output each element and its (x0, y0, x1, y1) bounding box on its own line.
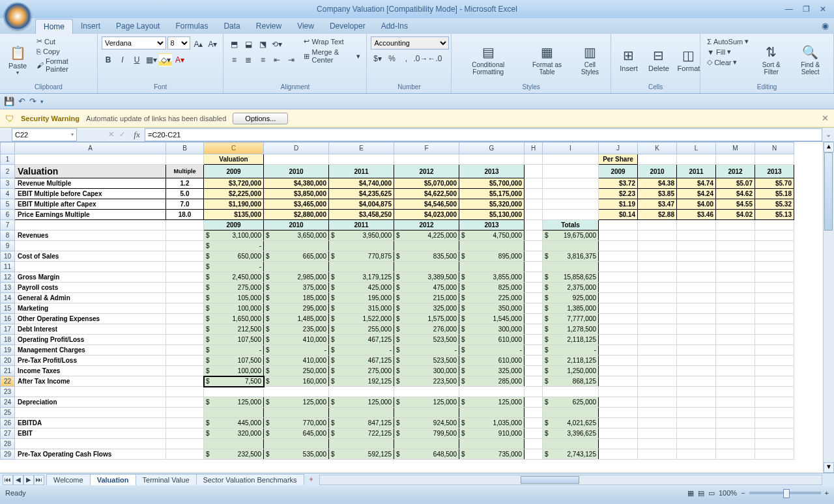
zoom-out-button[interactable]: − (741, 489, 745, 497)
format-cells-button[interactable]: ◫Format (675, 36, 702, 83)
row-header-7[interactable]: 7 (1, 220, 15, 231)
column-header-K[interactable]: K (638, 143, 677, 154)
clear-button[interactable]: ◇Clear ▾ (704, 57, 751, 67)
cut-button[interactable]: ✂Cut (34, 36, 93, 46)
align-center-button[interactable]: ≣ (242, 53, 255, 66)
column-header-L[interactable]: L (677, 143, 716, 154)
column-header-M[interactable]: M (716, 143, 755, 154)
row-header-18[interactable]: 18 (1, 335, 15, 345)
minimize-button[interactable]: — (782, 5, 796, 14)
format-painter-button[interactable]: 🖌Format Painter (34, 57, 93, 74)
help-icon[interactable]: ◉ (822, 21, 829, 31)
row-header-24[interactable]: 24 (1, 397, 15, 408)
increase-indent-button[interactable]: ⇥ (285, 53, 298, 66)
tab-add-ins[interactable]: Add-Ins (373, 19, 416, 34)
column-header-C[interactable]: C (204, 143, 264, 154)
zoom-slider[interactable] (749, 492, 821, 494)
copy-button[interactable]: ⎘Copy (34, 47, 93, 56)
sheet-tab-sector-valuation-benchmarks[interactable]: Sector Valuation Benchmarks (196, 474, 304, 485)
bold-button[interactable]: B (102, 53, 115, 66)
row-header-15[interactable]: 15 (1, 303, 15, 314)
column-header-I[interactable]: I (543, 143, 599, 154)
row-header-13[interactable]: 13 (1, 283, 15, 293)
conditional-formatting-button[interactable]: ▤Conditional Formatting (455, 36, 520, 83)
row-header-2[interactable]: 2 (1, 165, 15, 178)
column-header-F[interactable]: F (394, 143, 459, 154)
row-header-25[interactable]: 25 (1, 408, 15, 418)
currency-button[interactable]: $▾ (371, 52, 384, 65)
zoom-in-button[interactable]: + (825, 489, 829, 497)
column-header-J[interactable]: J (599, 143, 638, 154)
name-box[interactable]: C22▾ (12, 128, 77, 141)
row-header-20[interactable]: 20 (1, 356, 15, 366)
prev-sheet-button[interactable]: ◀ (13, 475, 23, 485)
enter-formula-icon[interactable]: ✓ (119, 130, 125, 139)
vertical-scrollbar[interactable]: ▲▼ (823, 142, 834, 473)
sheet-tab-terminal-value[interactable]: Terminal Value (136, 474, 197, 485)
orientation-button[interactable]: ⟲▾ (270, 38, 283, 51)
fill-color-button[interactable]: ◇▾ (159, 53, 172, 66)
tab-home[interactable]: Home (35, 19, 73, 34)
row-header-17[interactable]: 17 (1, 324, 15, 335)
column-header-D[interactable]: D (264, 143, 329, 154)
border-button[interactable]: ▦▾ (145, 53, 158, 66)
column-header-A[interactable]: A (15, 143, 166, 154)
merge-center-button[interactable]: ⊞Merge & Center ▾ (302, 48, 362, 64)
tab-review[interactable]: Review (248, 19, 289, 34)
row-header-3[interactable]: 3 (1, 178, 15, 189)
column-header-H[interactable]: H (525, 143, 543, 154)
zoom-level[interactable]: 100% (719, 489, 737, 497)
column-header-G[interactable]: G (459, 143, 525, 154)
cancel-formula-icon[interactable]: ✕ (108, 130, 114, 139)
security-close-button[interactable]: ✕ (822, 113, 829, 123)
fx-icon[interactable]: fx (129, 130, 145, 140)
format-as-table-button[interactable]: ▦Format as Table (523, 36, 571, 83)
column-header-E[interactable]: E (329, 143, 394, 154)
delete-cells-button[interactable]: ⊟Delete (645, 36, 672, 83)
sheet-tab-welcome[interactable]: Welcome (46, 474, 91, 485)
cell-styles-button[interactable]: ▥Cell Styles (573, 36, 607, 83)
undo-button[interactable]: ↶ (18, 96, 25, 106)
row-header-9[interactable]: 9 (1, 241, 15, 251)
row-header-21[interactable]: 21 (1, 366, 15, 376)
row-header-16[interactable]: 16 (1, 314, 15, 324)
align-top-button[interactable]: ⬒ (227, 38, 240, 51)
grow-font-button[interactable]: A▴ (192, 38, 205, 51)
office-button[interactable] (4, 3, 31, 30)
sheet-tab-valuation[interactable]: Valuation (90, 474, 136, 485)
tab-view[interactable]: View (289, 19, 322, 34)
sort-filter-button[interactable]: ⇅Sort & Filter (754, 36, 788, 83)
autosum-button[interactable]: ΣAutoSum ▾ (704, 36, 751, 46)
align-left-button[interactable]: ≡ (227, 53, 240, 66)
find-select-button[interactable]: 🔍Find & Select (791, 36, 829, 83)
close-button[interactable]: ✕ (816, 5, 830, 14)
align-bottom-button[interactable]: ⬔ (256, 38, 269, 51)
row-header-27[interactable]: 27 (1, 428, 15, 439)
redo-button[interactable]: ↷ (29, 96, 36, 106)
tab-formulas[interactable]: Formulas (167, 19, 216, 34)
save-button[interactable]: 💾 (4, 96, 14, 106)
qat-more-button[interactable]: ▾ (40, 98, 44, 105)
row-header-19[interactable]: 19 (1, 345, 15, 356)
increase-decimal-button[interactable]: .0→ (414, 52, 427, 65)
row-header-26[interactable]: 26 (1, 418, 15, 428)
view-normal-button[interactable]: ▦ (687, 489, 694, 497)
horizontal-scrollbar[interactable] (319, 475, 822, 485)
row-header-11[interactable]: 11 (1, 262, 15, 272)
row-header-12[interactable]: 12 (1, 272, 15, 283)
wrap-text-button[interactable]: ↩Wrap Text (302, 36, 362, 46)
tab-developer[interactable]: Developer (322, 19, 373, 34)
row-header-23[interactable]: 23 (1, 387, 15, 397)
tab-page-layout[interactable]: Page Layout (108, 19, 167, 34)
row-header-10[interactable]: 10 (1, 251, 15, 262)
security-options-button[interactable]: Options... (233, 113, 288, 124)
column-header-B[interactable]: B (166, 143, 204, 154)
row-header-5[interactable]: 5 (1, 199, 15, 210)
new-sheet-button[interactable]: ✦ (308, 475, 314, 484)
restore-button[interactable]: ❐ (799, 5, 813, 14)
italic-button[interactable]: I (116, 53, 129, 66)
view-break-button[interactable]: ▭ (708, 489, 715, 497)
percent-button[interactable]: % (385, 52, 398, 65)
font-size-select[interactable]: 8 (167, 36, 191, 49)
formula-input[interactable]: =C20-C21 (145, 128, 822, 141)
